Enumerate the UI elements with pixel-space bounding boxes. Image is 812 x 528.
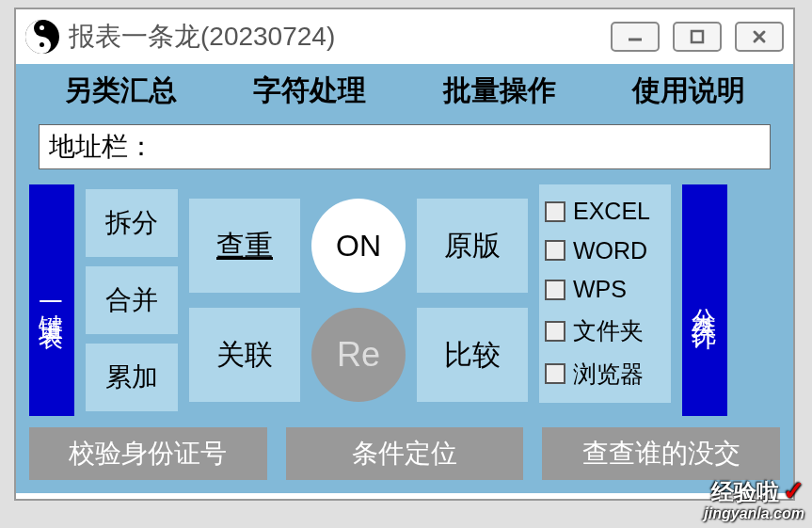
main-window: 报表一条龙(20230724) 另类汇总 字符处理 批量操作 使用说明 一键填表… (14, 8, 795, 501)
main-area: 一键填表 拆分 合并 累加 查重 关联 ON Re 原版 比较 EXCEL WO… (16, 175, 793, 427)
window-controls (611, 22, 784, 52)
menubar: 另类汇总 字符处理 批量操作 使用说明 (16, 64, 793, 117)
checkbox-icon (545, 363, 565, 384)
watermark-text: 经验啦 (711, 479, 779, 504)
verify-id-button[interactable]: 校验身份证号 (29, 427, 267, 480)
check-label: WPS (573, 276, 627, 303)
column-2: 查重 关联 (189, 184, 300, 416)
minimize-button[interactable] (611, 22, 660, 52)
check-missing-button[interactable]: 查查谁的没交 (542, 427, 780, 480)
menu-batch[interactable]: 批量操作 (443, 72, 556, 110)
column-4: 原版 比较 (417, 184, 528, 416)
check-label: 文件夹 (573, 315, 644, 346)
accumulate-button[interactable]: 累加 (86, 344, 178, 411)
checkbox-icon (545, 280, 565, 300)
checkbox-icon (545, 201, 565, 222)
menu-string[interactable]: 字符处理 (253, 72, 366, 110)
original-button[interactable]: 原版 (417, 199, 528, 293)
filetype-checklist: EXCEL WORD WPS 文件夹 浏览器 (539, 184, 671, 403)
watermark: 经验啦 ✓ jingyanla.com (704, 477, 804, 522)
titlebar: 报表一条龙(20230724) (16, 9, 793, 64)
column-1: 拆分 合并 累加 (86, 184, 178, 416)
yinyang-icon (25, 20, 59, 54)
watermark-url: jingyanla.com (704, 505, 804, 522)
merge-button[interactable]: 合并 (86, 266, 178, 334)
check-excel[interactable]: EXCEL (545, 198, 665, 225)
fill-form-button[interactable]: 一键填表 (29, 184, 74, 416)
menu-help[interactable]: 使用说明 (632, 72, 745, 110)
on-toggle[interactable]: ON (311, 199, 406, 293)
check-label: 浏览器 (573, 359, 644, 390)
maximize-button[interactable] (673, 22, 722, 52)
split-button[interactable]: 拆分 (86, 189, 178, 257)
menu-summary[interactable]: 另类汇总 (64, 72, 177, 110)
dedupe-label: 查重 (216, 227, 273, 265)
re-toggle[interactable]: Re (311, 308, 406, 402)
classify-stats-button[interactable]: 分类统计 (682, 184, 727, 416)
dedupe-button[interactable]: 查重 (189, 199, 300, 293)
check-folder[interactable]: 文件夹 (545, 315, 665, 346)
check-label: WORD (573, 237, 647, 264)
checkbox-icon (545, 321, 565, 342)
check-browser[interactable]: 浏览器 (545, 359, 665, 390)
check-word[interactable]: WORD (545, 237, 665, 264)
address-input[interactable] (39, 124, 771, 169)
bottom-row: 校验身份证号 条件定位 查查谁的没交 (16, 427, 793, 493)
compare-button[interactable]: 比较 (417, 308, 528, 402)
svg-rect-1 (692, 31, 703, 42)
address-row (16, 117, 793, 175)
window-title: 报表一条龙(20230724) (69, 19, 611, 55)
check-label: EXCEL (573, 198, 650, 225)
check-wps[interactable]: WPS (545, 276, 665, 303)
checkmark-icon: ✓ (783, 476, 804, 505)
close-button[interactable] (735, 22, 784, 52)
checkbox-icon (545, 240, 565, 261)
condition-locate-button[interactable]: 条件定位 (286, 427, 524, 480)
relate-button[interactable]: 关联 (189, 308, 300, 402)
column-3: ON Re (311, 184, 406, 416)
